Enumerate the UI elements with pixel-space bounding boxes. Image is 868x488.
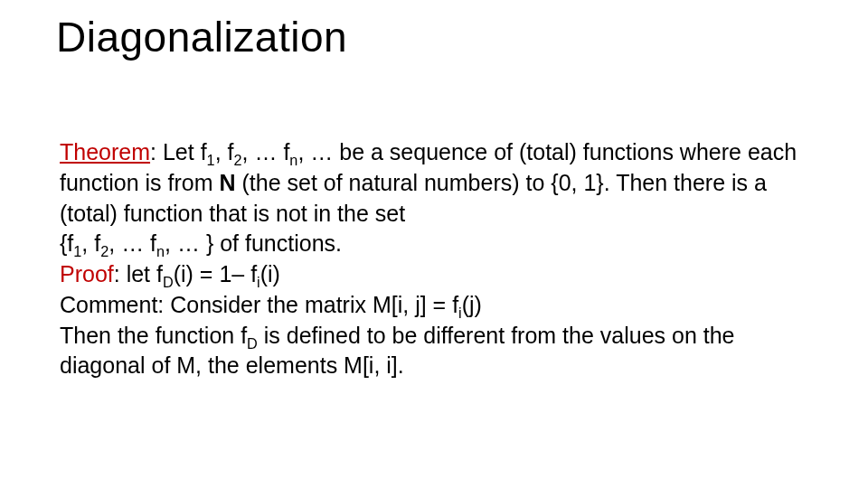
sub-D2: D (247, 335, 258, 352)
text: (j) (462, 292, 482, 317)
sub-2b: 2 (100, 243, 108, 259)
set-line: {f1, f2, … fn, … } of functions. (60, 229, 810, 259)
text: : let f (114, 261, 163, 286)
sub-nb: n (156, 243, 165, 259)
text: , … f (242, 139, 290, 164)
theorem-paragraph: Theorem: Let f1, f2, … fn, … be a sequen… (60, 137, 810, 229)
sub-1: 1 (207, 152, 215, 168)
text: (i) = 1– f (174, 261, 257, 286)
text: (i) (260, 261, 280, 286)
comment-line: Comment: Consider the matrix M[i, j] = f… (60, 290, 810, 321)
text: : (150, 139, 163, 164)
sub-1b: 1 (73, 243, 81, 259)
slide: Diagonalization Theorem: Let f1, f2, … f… (0, 0, 868, 488)
bold-N: N (219, 170, 235, 195)
sub-2: 2 (234, 152, 242, 168)
then-line: Then the function fD is defined to be di… (60, 321, 810, 382)
text: , f (215, 139, 234, 164)
proof-line: Proof: let fD(i) = 1– fi(i) (60, 259, 810, 290)
text: , f (81, 230, 100, 256)
slide-title: Diagonalization (56, 13, 347, 61)
proof-label: Proof (60, 261, 114, 286)
text: Then the function f (60, 323, 247, 348)
text: Comment: Consider the matrix M[i, j] = f (60, 292, 458, 317)
slide-body: Theorem: Let f1, f2, … fn, … be a sequen… (60, 137, 810, 381)
theorem-label: Theorem (60, 139, 150, 164)
text: {f (60, 230, 73, 256)
text: , … f (108, 230, 156, 256)
sub-D: D (163, 274, 174, 290)
text: Let f (163, 139, 207, 164)
text: , … } of functions. (165, 230, 342, 256)
